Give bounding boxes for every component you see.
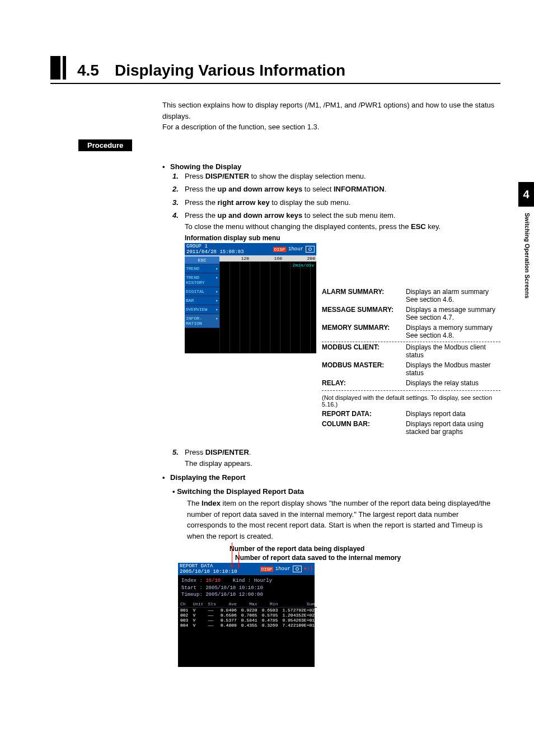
step-4: 4. Press the up and down arrow keys to s… — [172, 210, 500, 232]
disp-icon: DISP — [273, 247, 286, 252]
disp-icon: DISP — [260, 567, 273, 572]
key-icon — [306, 246, 315, 253]
intro-paragraph: This section explains how to display rep… — [162, 100, 500, 133]
report-table: ChUnit Sts AveMax MinSum 001V——0.84960.9… — [178, 601, 317, 628]
switching-paragraph: The Index item on the report display sho… — [187, 498, 500, 542]
displaying-report-heading: •Displaying the Report — [162, 473, 500, 482]
procedure-heading: Procedure — [78, 139, 132, 151]
trend-mock-screen: GROUP 12011/04/28 15:08:03 DISP 1hour 80… — [185, 243, 316, 353]
step-5: 5. Press DISP/ENTER. The display appears… — [172, 447, 500, 469]
side-section-label: Switching Operation Screens — [524, 213, 531, 298]
leader-line — [238, 552, 239, 568]
figure-1: GROUP 12011/04/28 15:08:03 DISP 1hour 80… — [185, 243, 500, 438]
step-3: 3. Press the right arrow key to display … — [172, 197, 500, 208]
step-1: 1. Press DISP/ENTER to show the display … — [172, 171, 500, 182]
figure1-caption: Information display sub menu — [185, 234, 500, 242]
switching-heading: • Switching the Displayed Report Data — [172, 487, 500, 496]
chapter-tab: 4 — [518, 182, 534, 207]
key-icon — [293, 566, 302, 572]
leader-line — [232, 543, 232, 568]
callout-list: ALARM SUMMARY:Displays an alarm summary … — [322, 243, 500, 438]
step-2: 2. Press the up and down arrow keys to s… — [172, 184, 500, 195]
main-menu: ESC TREND▸ TREND HISTORY▸ DIGITAL▸ BAR▸ … — [185, 256, 219, 328]
title-number: 4.5 — [77, 62, 99, 80]
figure2-captions: Number of the report data being displaye… — [229, 545, 500, 562]
section-title: 4.5 Displaying Various Information — [50, 56, 500, 84]
record-icon: ●)) — [304, 566, 313, 572]
figure-2-report-screen: REPORT DATA2005/10/10 10:10:10 DISP 1hou… — [178, 563, 315, 667]
title-text: Displaying Various Information — [115, 62, 345, 80]
showing-display-heading: •Showing the Display — [162, 162, 500, 171]
